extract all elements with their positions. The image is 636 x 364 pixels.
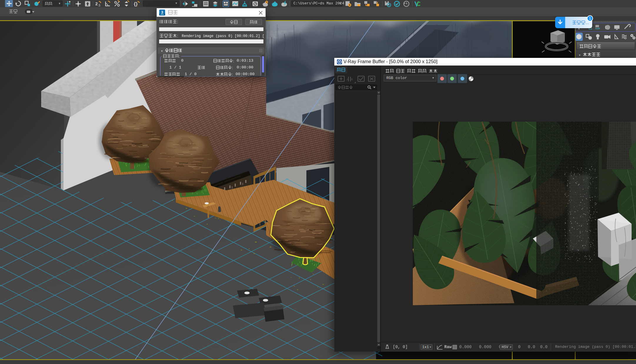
svg-text:2: 2 <box>95 1 98 6</box>
svg-text:A: A <box>347 78 348 81</box>
svg-text:.5: .5 <box>98 4 101 7</box>
svg-text:{}: {} <box>134 1 138 7</box>
svg-text:3: 3 <box>161 10 163 14</box>
svg-text:B: B <box>351 78 353 81</box>
